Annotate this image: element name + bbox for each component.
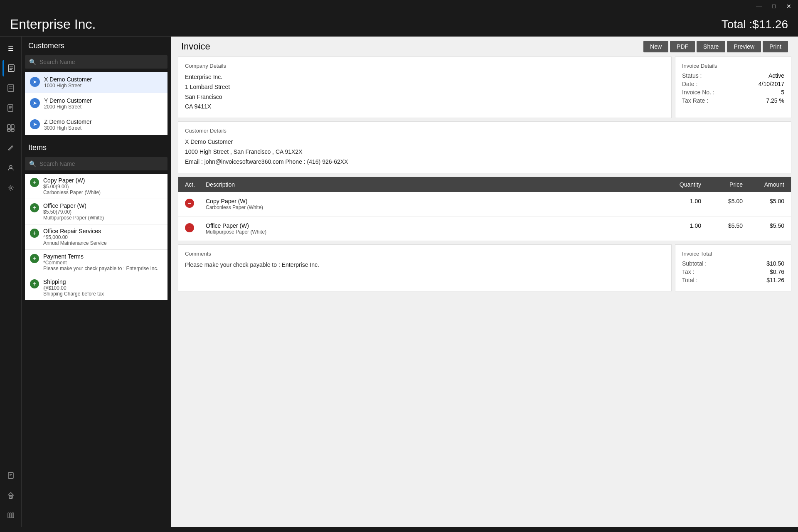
item-price-label: *Comment [43, 260, 158, 266]
row-qty: 1.00 [660, 222, 701, 229]
item-desc-label: Annual Maintenance Service [43, 240, 107, 246]
customer-list: ➤ X Demo Customer 1000 High Street ➤ Y D… [25, 72, 167, 135]
app-header: Enterprise Inc. Total :$11.26 [0, 12, 798, 37]
svg-rect-17 [8, 473, 13, 478]
minimize-button[interactable]: — [754, 1, 764, 11]
customer-name: X Demo Customer [185, 137, 784, 147]
customer-email-phone: Email : john@invoicesoftware360.com Phon… [185, 157, 784, 167]
nav-doc2[interactable] [2, 100, 19, 116]
nav-bookmark[interactable] [2, 467, 19, 484]
col-amount-header: Amount [743, 181, 784, 188]
item-row[interactable]: + Payment Terms *Comment Please make you… [25, 250, 167, 275]
print-button[interactable]: Print [763, 41, 788, 52]
nav-doc1[interactable] [2, 80, 19, 96]
items-search-input[interactable] [39, 160, 163, 167]
invoice-title: Invoice [181, 41, 210, 52]
customers-search-input[interactable] [39, 59, 163, 65]
col-qty-header: Quantity [660, 181, 701, 188]
invoice-detail-row: Date : 4/10/2017 [682, 81, 784, 87]
row-item-name: Copy Paper (W) [206, 198, 660, 204]
preview-button[interactable]: Preview [727, 41, 761, 52]
items-search-icon: 🔍 [29, 160, 36, 167]
invoice-actions: New PDF Share Preview Print [643, 41, 788, 52]
nav-library[interactable] [2, 507, 19, 524]
nav-users[interactable] [2, 160, 19, 176]
nav-doc3[interactable] [2, 120, 19, 136]
pdf-button[interactable]: PDF [670, 41, 695, 52]
row-item-desc: Multipurpose Paper (White) [206, 229, 660, 235]
item-price-label: $5.50(79.00) [43, 209, 104, 215]
item-add-button[interactable]: + [30, 229, 39, 238]
item-row[interactable]: + Office Paper (W) $5.50(79.00) Multipur… [25, 199, 167, 224]
row-item-desc: Carbonless Paper (White) [206, 204, 660, 210]
invoice-details-title: Invoice Details [682, 63, 784, 69]
nav-invoice[interactable] [2, 60, 19, 76]
svg-rect-13 [7, 129, 10, 131]
item-row[interactable]: + Shipping @$100.00 Shipping Charge befo… [25, 275, 167, 300]
item-add-button[interactable]: + [30, 178, 39, 187]
item-add-button[interactable]: + [30, 279, 39, 288]
item-name-label: Shipping [43, 278, 104, 285]
comments-title: Comments [185, 251, 665, 257]
row-desc: Copy Paper (W) Carbonless Paper (White) [206, 198, 660, 210]
customer-arrow: ➤ [30, 119, 40, 129]
item-add-button[interactable]: + [30, 203, 39, 212]
invoice-detail-row: Invoice No. : 5 [682, 89, 784, 96]
row-amount: $5.00 [743, 198, 784, 204]
col-act-header: Act. [185, 181, 206, 188]
title-bar: — □ ✕ [0, 0, 798, 12]
customer-arrow: ➤ [30, 77, 40, 87]
new-button[interactable]: New [643, 41, 668, 52]
customer-item[interactable]: ➤ X Demo Customer 1000 High Street [25, 72, 167, 93]
customer-address-label: 3000 High Street [44, 125, 91, 131]
svg-point-16 [10, 187, 12, 189]
company-line: 1 Lombard Street [185, 82, 665, 92]
col-price-header: Price [701, 181, 743, 188]
item-info: Copy Paper (W) $5.00(9.00) Carbonless Pa… [43, 177, 101, 195]
customer-details-title: Customer Details [185, 128, 784, 134]
close-button[interactable]: ✕ [784, 1, 794, 11]
customer-arrow: ➤ [30, 98, 40, 108]
share-button[interactable]: Share [697, 41, 725, 52]
customer-name-label: Y Demo Customer [44, 97, 92, 104]
totals-card: Invoice Total Subtotal : $10.50 Tax : $0… [675, 244, 791, 291]
nav-settings[interactable] [2, 180, 19, 196]
row-qty: 1.00 [660, 198, 701, 204]
top-details-row: Company Details Enterprise Inc.1 Lombard… [178, 57, 791, 118]
items-search-box[interactable]: 🔍 [25, 157, 167, 170]
remove-item-button[interactable]: − [185, 199, 194, 208]
company-line: San Francisco [185, 92, 665, 102]
svg-rect-14 [11, 129, 14, 131]
customer-item[interactable]: ➤ Y Demo Customer 2000 High Street [25, 93, 167, 114]
customer-item[interactable]: ➤ Z Demo Customer 3000 High Street [25, 114, 167, 135]
detail-label: Date : [682, 81, 697, 87]
customer-details-body: X Demo Customer 1000 High Street , San F… [185, 137, 784, 167]
table-row: − Office Paper (W) Multipurpose Paper (W… [178, 217, 791, 241]
total-row: Total : $11.26 [682, 277, 784, 283]
item-row[interactable]: + Office Repair Services ^$5,000.00 Annu… [25, 224, 167, 250]
invoice-detail-row: Tax Rate : 7.25 % [682, 97, 784, 104]
svg-rect-23 [10, 513, 11, 518]
customers-section: Customers 🔍 ➤ X Demo Customer 1000 High … [22, 37, 171, 138]
item-name-label: Copy Paper (W) [43, 177, 101, 184]
customers-search-box[interactable]: 🔍 [25, 55, 167, 69]
sidebar-nav: ☰ [0, 37, 22, 527]
invoice-body: Company Details Enterprise Inc.1 Lombard… [171, 57, 798, 527]
subtotal-value: $10.50 [766, 260, 784, 267]
item-desc-label: Multipurpose Paper (White) [43, 215, 104, 221]
remove-item-button[interactable]: − [185, 223, 194, 232]
customer-info: Z Demo Customer 3000 High Street [44, 118, 91, 131]
svg-rect-22 [8, 513, 9, 518]
customer-info: X Demo Customer 1000 High Street [44, 76, 92, 89]
svg-rect-24 [12, 513, 14, 518]
row-price: $5.50 [701, 222, 743, 229]
tax-label: Tax : [682, 268, 695, 275]
nav-hamburger[interactable]: ☰ [2, 40, 19, 57]
nav-edit[interactable] [2, 140, 19, 156]
detail-value: 4/10/2017 [759, 81, 784, 87]
maximize-button[interactable]: □ [769, 1, 779, 11]
item-price-label: $5.00(9.00) [43, 184, 101, 190]
item-add-button[interactable]: + [30, 254, 39, 263]
item-row[interactable]: + Copy Paper (W) $5.00(9.00) Carbonless … [25, 174, 167, 199]
nav-home[interactable] [2, 487, 19, 504]
